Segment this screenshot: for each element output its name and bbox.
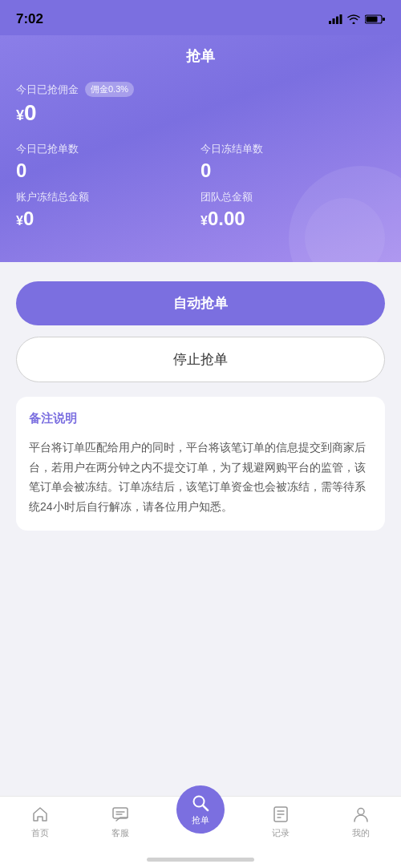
today-frozen-col: 今日冻结单数 0	[200, 142, 385, 182]
team-total-value: ¥0.00	[200, 208, 385, 230]
today-frozen-label: 今日冻结单数	[200, 142, 385, 156]
wifi-icon	[347, 14, 360, 24]
commission-row: 今日已抢佣金 佣金0.3% ¥0	[16, 82, 385, 126]
stop-grab-button[interactable]: 停止抢单	[16, 337, 385, 382]
main-content: 自动抢单 停止抢单 备注说明 平台将订单匹配给用户的同时，平台将该笔订单的信息提…	[0, 262, 401, 796]
today-orders-col: 今日已抢单数 0	[16, 142, 200, 182]
user-icon	[351, 805, 371, 824]
svg-rect-1	[333, 18, 335, 24]
commission-badge: 佣金0.3%	[85, 82, 134, 97]
notes-card: 备注说明 平台将订单匹配给用户的同时，平台将该笔订单的信息提交到商家后台，若用户…	[16, 397, 385, 531]
nav-label-service: 客服	[111, 827, 129, 839]
svg-rect-6	[383, 18, 385, 21]
nav-label-grab-center: 抢单	[192, 814, 209, 826]
signal-icon	[329, 14, 342, 24]
grab-center-button[interactable]: 抢单	[176, 785, 225, 834]
svg-rect-3	[340, 14, 342, 24]
today-orders-label: 今日已抢单数	[16, 142, 200, 156]
today-frozen-value: 0	[200, 159, 385, 182]
commission-yen: ¥	[16, 107, 24, 123]
stats-grid: 今日已抢佣金 佣金0.3% ¥0 今日已抢单数 0 今日冻结单数 0 账户冻结总…	[0, 82, 401, 230]
status-bar: 7:02	[0, 0, 401, 35]
home-indicator	[147, 858, 254, 862]
svg-rect-7	[113, 808, 128, 818]
svg-rect-5	[367, 17, 378, 22]
chat-icon	[111, 805, 130, 824]
today-stats-row: 今日已抢单数 0 今日冻结单数 0	[16, 142, 385, 182]
svg-point-16	[358, 809, 364, 815]
account-frozen-value: ¥0	[16, 208, 200, 230]
svg-rect-2	[336, 17, 338, 25]
team-total-col: 团队总金额 ¥0.00	[200, 190, 385, 230]
account-frozen-label: 账户冻结总金额	[16, 190, 200, 204]
nav-item-profile[interactable]: 我的	[321, 805, 401, 839]
svg-rect-0	[329, 21, 331, 24]
nav-label-records: 记录	[272, 827, 290, 839]
status-time: 7:02	[16, 11, 43, 27]
auto-grab-button[interactable]: 自动抢单	[16, 281, 385, 325]
nav-label-profile: 我的	[352, 827, 370, 839]
notes-title: 备注说明	[29, 411, 372, 426]
commission-value: ¥0	[16, 100, 385, 126]
header-area: 抢单 今日已抢佣金 佣金0.3% ¥0 今日已抢单数 0 今日冻结单数 0	[0, 35, 401, 262]
home-icon	[30, 805, 50, 824]
nav-item-records[interactable]: 记录	[241, 805, 321, 839]
nav-label-home: 首页	[31, 827, 49, 839]
status-icons	[329, 14, 385, 24]
today-orders-value: 0	[16, 159, 200, 182]
team-total-label: 团队总金额	[200, 190, 385, 204]
svg-line-11	[203, 805, 208, 810]
commission-label-row: 今日已抢佣金 佣金0.3%	[16, 82, 385, 97]
account-yen: ¥	[16, 214, 23, 228]
nav-item-home[interactable]: 首页	[0, 805, 80, 839]
search-icon	[191, 793, 210, 813]
nav-item-service[interactable]: 客服	[80, 805, 160, 839]
account-stats-row: 账户冻结总金额 ¥0 团队总金额 ¥0.00	[16, 190, 385, 230]
bottom-nav: 首页 客服 抢单	[0, 796, 401, 868]
nav-item-grab[interactable]: 抢单	[160, 801, 241, 834]
account-frozen-col: 账户冻结总金额 ¥0	[16, 190, 200, 230]
record-icon	[271, 805, 290, 824]
team-yen: ¥	[200, 214, 208, 228]
page-title-bar: 抢单	[0, 35, 401, 82]
page-title: 抢单	[186, 48, 215, 64]
battery-icon	[365, 14, 385, 24]
commission-label: 今日已抢佣金	[16, 83, 79, 97]
notes-text: 平台将订单匹配给用户的同时，平台将该笔订单的信息提交到商家后台，若用户在两分钟之…	[29, 438, 372, 516]
